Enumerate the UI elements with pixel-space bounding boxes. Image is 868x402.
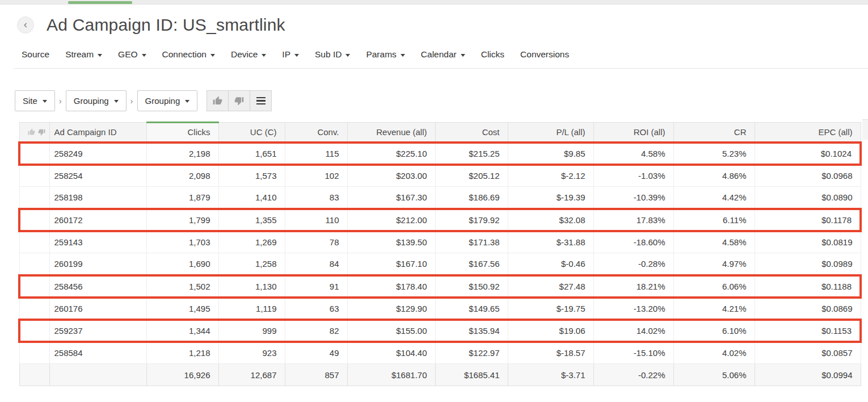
thumb-down-icon — [234, 96, 244, 106]
cell-cost: $215.25 — [435, 143, 508, 165]
chevron-down-icon — [262, 54, 266, 57]
cell-clicks: 1,703 — [146, 231, 218, 253]
cell-clicks: 1,502 — [146, 275, 218, 298]
cell-pl: $-3.71 — [508, 364, 593, 386]
thumbs-down-button[interactable] — [228, 90, 250, 111]
table-row[interactable]: 2591431,7031,26978$139.50$171.38$-31.88-… — [19, 231, 861, 253]
tab-params[interactable]: Params — [366, 48, 404, 61]
thumbs-up-button[interactable] — [207, 90, 229, 111]
column-header-epc-all[interactable]: EPC (all) — [755, 123, 861, 143]
cell-id: 258198 — [49, 187, 146, 209]
cell-roi: 18.21% — [593, 275, 673, 298]
table-row[interactable]: 2601991,6901,25884$167.10$167.56$-0.46-0… — [19, 253, 861, 275]
column-header-ad-campaign-id[interactable]: Ad Campaign ID — [49, 123, 146, 143]
cell-cr: 4.97% — [673, 253, 755, 275]
column-header-clicks[interactable]: Clicks — [146, 123, 218, 143]
chevron-down-icon — [294, 54, 299, 57]
cell-cr: 6.06% — [673, 275, 755, 298]
cell-cost: $122.97 — [435, 342, 508, 364]
cell-cr: 4.58% — [673, 231, 755, 253]
cell-cost: $1685.41 — [435, 364, 508, 386]
tab-ip[interactable]: IP — [282, 48, 299, 61]
cell-cr: 4.42% — [673, 187, 755, 209]
chevron-down-icon — [142, 54, 146, 57]
column-header-conv[interactable]: Conv. — [285, 123, 347, 143]
column-header-thumbs[interactable] — [19, 123, 49, 143]
cell-thumbs — [19, 298, 49, 320]
cell-clicks: 16,926 — [146, 364, 218, 386]
tab-conversions[interactable]: Conversions — [520, 48, 569, 61]
cell-epc: $0.0819 — [755, 231, 861, 253]
cell-roi: -1.03% — [593, 165, 673, 187]
cell-uc: 1,573 — [218, 165, 285, 187]
cell-conv: 91 — [285, 275, 347, 298]
tab-clicks[interactable]: Clicks — [481, 48, 504, 61]
tab-calendar[interactable]: Calendar — [421, 48, 465, 61]
cell-clicks: 1,799 — [146, 209, 218, 231]
cell-uc: 999 — [218, 320, 285, 342]
tab-connection[interactable]: Connection — [162, 48, 215, 61]
next-column-stub — [862, 119, 868, 140]
tab-geo[interactable]: GEO — [118, 48, 146, 61]
column-header-p-l-all[interactable]: P/L (all) — [508, 123, 593, 143]
tab-device[interactable]: Device — [231, 48, 266, 61]
cell-revenue: $178.40 — [347, 275, 435, 298]
cell-thumbs — [19, 143, 49, 165]
table-row-highlighted[interactable]: 2582492,1981,651115$225.10$215.25$9.854.… — [19, 143, 861, 165]
cell-conv: 110 — [285, 209, 347, 231]
table-row[interactable]: 2585841,21892349$104.40$122.97$-18.57-15… — [19, 342, 861, 364]
cell-pl: $-19.75 — [508, 298, 593, 320]
table-header-row: Ad Campaign IDClicksUC (C)Conv.Revenue (… — [19, 123, 861, 143]
tab-label: IP — [282, 48, 290, 61]
tab-sub-id[interactable]: Sub ID — [315, 48, 350, 61]
column-header-roi-all[interactable]: ROI (all) — [593, 123, 673, 143]
back-button[interactable]: ‹ — [17, 16, 34, 34]
cell-clicks: 1,690 — [146, 253, 218, 275]
grouping-dropdown-button-2[interactable]: Grouping — [137, 90, 198, 111]
table-row[interactable]: 2601761,4951,11963$129.90$149.65$-19.75-… — [19, 298, 861, 320]
menu-button[interactable] — [250, 90, 272, 111]
cell-conv: 857 — [285, 364, 347, 386]
cell-revenue: $129.90 — [347, 298, 435, 320]
cell-id: 258249 — [49, 143, 146, 165]
column-header-label: ROI (all) — [634, 127, 665, 137]
column-header-label: Revenue (all) — [376, 127, 427, 137]
tab-label: Sub ID — [315, 48, 342, 61]
table-row[interactable]: 2582542,0981,573102$203.00$205.12$-2.12-… — [19, 165, 861, 187]
chevron-down-icon — [401, 54, 405, 57]
column-header-label: Cost — [482, 127, 500, 137]
column-header-cr[interactable]: CR — [673, 123, 755, 143]
column-header-label: UC (C) — [250, 127, 277, 137]
tab-label: Calendar — [421, 48, 457, 61]
site-dropdown-button[interactable]: Site — [15, 90, 55, 111]
cell-revenue: $155.00 — [347, 320, 435, 342]
tab-source[interactable]: Source — [22, 48, 49, 61]
table-row[interactable]: 2581981,8791,41083$167.30$186.69$-19.39-… — [19, 187, 861, 209]
hamburger-icon — [256, 97, 266, 105]
row-action-button-group — [207, 90, 272, 111]
nav-divider — [14, 68, 868, 69]
dropdown-label: Grouping — [145, 96, 180, 106]
column-header-uc-c[interactable]: UC (C) — [218, 123, 285, 143]
report-table: Ad Campaign IDClicksUC (C)Conv.Revenue (… — [18, 122, 862, 386]
cell-pl: $9.85 — [508, 143, 593, 165]
tab-label: Clicks — [481, 48, 504, 61]
tab-label: Device — [231, 48, 258, 61]
cell-revenue: $167.10 — [347, 253, 435, 275]
tab-label: Stream — [65, 48, 94, 61]
table-row-highlighted[interactable]: 2584561,5021,13091$178.40$150.92$27.4818… — [19, 275, 861, 298]
table-row-highlighted[interactable]: 2592371,34499982$155.00$135.94$19.0614.0… — [19, 320, 861, 342]
grouping-dropdown-button[interactable]: Grouping — [66, 90, 127, 111]
column-header-revenue-all[interactable]: Revenue (all) — [347, 123, 435, 143]
column-header-cost[interactable]: Cost — [435, 123, 508, 143]
cell-roi: -0.28% — [593, 253, 673, 275]
tab-stream[interactable]: Stream — [65, 48, 102, 61]
toolbar: Site›Grouping›Grouping — [15, 90, 868, 111]
page-header: ‹ Ad Campaign ID: US_smartlink — [17, 15, 868, 35]
cell-revenue: $139.50 — [347, 231, 435, 253]
chevron-down-icon — [185, 100, 189, 103]
table-row-highlighted[interactable]: 2601721,7991,355110$212.00$179.92$32.081… — [19, 209, 861, 231]
cell-roi: -13.20% — [593, 298, 673, 320]
cell-pl: $-31.88 — [508, 231, 593, 253]
cell-thumbs — [19, 342, 49, 364]
